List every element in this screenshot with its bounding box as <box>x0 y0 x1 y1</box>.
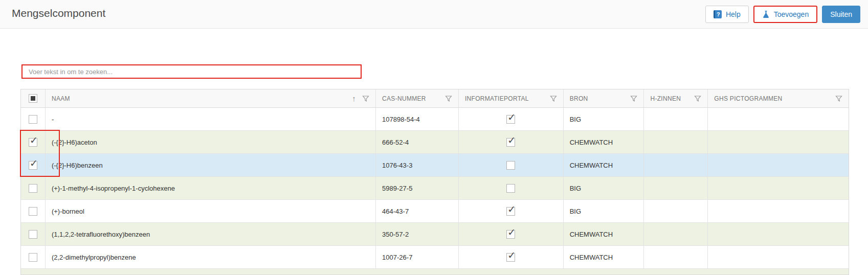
column-header-naam[interactable]: NAAM ↑ <box>46 89 376 107</box>
cell-cas: 350-57-2 <box>376 223 459 245</box>
informatieportal-checkbox[interactable]: ✓ <box>506 115 515 124</box>
table-row[interactable]: ✓ (+)-1-methyl-4-isopropenyl-1-cyclohexe… <box>21 177 849 200</box>
cell-cas: 666-52-4 <box>376 131 459 153</box>
cell-ghs <box>708 223 849 245</box>
cell-bron: BIG <box>564 108 644 130</box>
cell-h-zinnen <box>644 177 708 199</box>
row-checkbox[interactable]: ✓ <box>29 207 37 216</box>
column-header-informatieportal[interactable]: INFORMATIEPORTAL <box>459 89 564 107</box>
header-select-all-cell <box>21 89 46 107</box>
header-actions: ? Help Toevoegen Sluiten <box>705 6 860 23</box>
cell-bron: BIG <box>564 200 644 222</box>
sluiten-button-label: Sluiten <box>830 10 852 18</box>
cell-h-zinnen <box>644 200 708 222</box>
sluiten-button[interactable]: Sluiten <box>822 6 860 23</box>
page-title: Mengselcomponent <box>12 7 105 19</box>
informatieportal-checkbox[interactable]: ✓ <box>506 230 515 239</box>
column-label: H-ZINNEN <box>650 95 681 102</box>
cell-naam: (-{2}-H6)aceton <box>46 131 376 153</box>
informatieportal-checkbox[interactable]: ✓ <box>506 184 515 193</box>
flask-icon <box>762 10 770 18</box>
cell-ghs <box>708 177 849 199</box>
filter-icon[interactable] <box>444 95 453 104</box>
informatieportal-checkbox[interactable]: ✓ <box>506 138 515 147</box>
check-icon: ✓ <box>507 204 516 214</box>
table-row[interactable]: ✓ (1,1,2,2-tetrafluorethoxy)benzeen 350-… <box>21 223 849 246</box>
filter-icon[interactable] <box>362 95 370 104</box>
column-label: NAAM <box>52 95 70 102</box>
cell-cas: 464-43-7 <box>376 200 459 222</box>
column-header-bron[interactable]: BRON <box>564 89 644 107</box>
row-checkbox[interactable]: ✓ <box>29 115 37 124</box>
cell-bron: CHEMWATCH <box>564 223 644 245</box>
check-icon: ✓ <box>507 112 516 122</box>
cell-ghs <box>708 246 849 268</box>
row-checkbox[interactable]: ✓ <box>29 138 37 147</box>
column-label: GHS PICTOGRAMMEN <box>714 95 782 102</box>
cell-ghs <box>708 154 849 176</box>
cell-naam: (2,2-dimethylpropyl)benzene <box>46 246 376 268</box>
dialog-header: Mengselcomponent ? Help Toevoegen Sluite… <box>0 0 868 29</box>
check-icon: ✓ <box>507 135 516 145</box>
column-label: INFORMATIEPORTAL <box>465 95 529 102</box>
cell-bron: BIG <box>564 177 644 199</box>
cell-cas: 1007-26-7 <box>376 246 459 268</box>
cell-bron: CHEMWATCH <box>564 246 644 268</box>
cell-naam: (1,1,2,2-tetrafluorethoxy)benzeen <box>46 223 376 245</box>
column-header-h-zinnen[interactable]: H-ZINNEN <box>644 89 708 107</box>
cell-cas: 5989-27-5 <box>376 177 459 199</box>
row-checkbox[interactable]: ✓ <box>29 161 37 170</box>
table-row-selected[interactable]: ✓ (-{2}-H6)benzeen 1076-43-3 ✓ CHEMWATCH <box>21 154 849 177</box>
check-icon: ✓ <box>30 158 38 168</box>
search-box <box>21 64 362 79</box>
cell-h-zinnen <box>644 154 708 176</box>
cell-ghs <box>708 200 849 222</box>
cell-h-zinnen <box>644 246 708 268</box>
check-icon: ✓ <box>507 250 516 260</box>
cell-bron: CHEMWATCH <box>564 131 644 153</box>
column-header-cas[interactable]: CAS-NUMMER <box>376 89 459 107</box>
substance-table: NAAM ↑ CAS-NUMMER INFORMATIEPORTAL BRON <box>20 89 849 275</box>
sort-ascending-icon[interactable]: ↑ <box>352 94 356 103</box>
cell-naam: (+)-1-methyl-4-isopropenyl-1-cyclohexene <box>46 177 376 199</box>
cell-cas: 1076-43-3 <box>376 154 459 176</box>
select-all-checkbox[interactable] <box>29 94 37 103</box>
cell-ghs <box>708 131 849 153</box>
help-book-icon: ? <box>714 10 722 18</box>
cell-h-zinnen <box>644 108 708 130</box>
column-label: CAS-NUMMER <box>382 95 426 102</box>
cell-h-zinnen <box>644 223 708 245</box>
table-row[interactable]: ✓ - 107898-54-4 ✓ BIG <box>21 108 849 131</box>
cell-h-zinnen <box>644 131 708 153</box>
filter-icon[interactable] <box>630 95 638 104</box>
informatieportal-checkbox[interactable]: ✓ <box>506 161 515 170</box>
table-row-partial <box>21 269 849 275</box>
table-row[interactable]: ✓ (2,2-dimethylpropyl)benzene 1007-26-7 … <box>21 246 849 269</box>
row-checkbox[interactable]: ✓ <box>29 184 37 193</box>
cell-bron: CHEMWATCH <box>564 154 644 176</box>
cell-cas: 107898-54-4 <box>376 108 459 130</box>
table-header-row: NAAM ↑ CAS-NUMMER INFORMATIEPORTAL BRON <box>21 89 849 108</box>
filter-icon[interactable] <box>835 95 843 104</box>
informatieportal-checkbox[interactable]: ✓ <box>506 207 515 216</box>
help-button-label: Help <box>726 10 741 18</box>
cell-ghs <box>708 108 849 130</box>
help-button[interactable]: ? Help <box>705 6 749 23</box>
column-header-ghs-pictogrammen[interactable]: GHS PICTOGRAMMEN <box>708 89 849 107</box>
check-icon: ✓ <box>507 227 516 237</box>
filter-icon[interactable] <box>694 95 702 104</box>
filter-icon[interactable] <box>549 95 558 104</box>
check-icon: ✓ <box>30 135 38 145</box>
table-row[interactable]: ✓ (+)-borneol 464-43-7 ✓ BIG <box>21 200 849 223</box>
table-row[interactable]: ✓ (-{2}-H6)aceton 666-52-4 ✓ CHEMWATCH <box>21 131 849 154</box>
toevoegen-button-label: Toevoegen <box>774 10 809 18</box>
cell-naam: (+)-borneol <box>46 200 376 222</box>
cell-naam: (-{2}-H6)benzeen <box>46 154 376 176</box>
column-label: BRON <box>570 95 588 102</box>
toevoegen-button[interactable]: Toevoegen <box>753 6 818 23</box>
informatieportal-checkbox[interactable]: ✓ <box>506 253 515 262</box>
search-input[interactable] <box>23 65 361 78</box>
row-checkbox[interactable]: ✓ <box>29 230 37 239</box>
cell-naam: - <box>46 108 376 130</box>
row-checkbox[interactable]: ✓ <box>29 253 37 262</box>
